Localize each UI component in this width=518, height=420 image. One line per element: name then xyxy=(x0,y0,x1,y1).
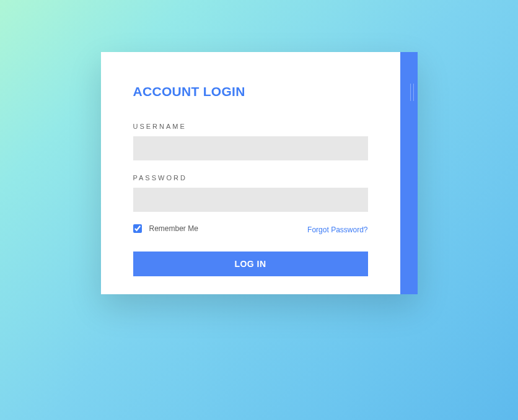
remember-me-wrap[interactable]: Remember Me xyxy=(133,224,198,233)
password-input[interactable] xyxy=(133,188,368,212)
forgot-password-link[interactable]: Forgot Password? xyxy=(307,225,367,234)
username-label: USERNAME xyxy=(133,123,368,130)
page-title: ACCOUNT LOGIN xyxy=(133,84,368,99)
login-form: ACCOUNT LOGIN USERNAME PASSWORD Remember… xyxy=(101,52,400,294)
login-button[interactable]: LOG IN xyxy=(133,252,368,276)
remember-me-label: Remember Me xyxy=(149,224,198,233)
login-card: ACCOUNT LOGIN USERNAME PASSWORD Remember… xyxy=(101,52,418,294)
username-input[interactable] xyxy=(133,136,368,160)
password-label: PASSWORD xyxy=(133,174,368,182)
remember-me-checkbox[interactable] xyxy=(133,224,142,233)
options-row: Remember Me Forgot Password? xyxy=(133,223,368,234)
side-accent-strip xyxy=(400,52,418,294)
